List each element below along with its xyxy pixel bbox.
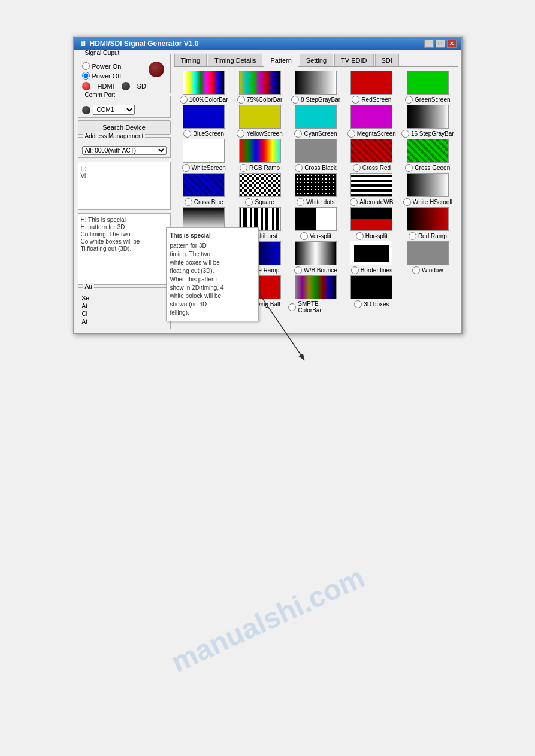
annotation-line5: When this pattern	[170, 275, 255, 284]
pattern-item-magentascreen: MegntaScreen	[344, 105, 399, 138]
pattern-item-whitehscroll: White HScrooll	[400, 173, 455, 206]
pattern-radio-cyanscreen[interactable]	[294, 130, 302, 138]
pattern-item-crossblack: Cross Black	[288, 139, 343, 172]
pattern-item-colorbar75: 75%ColorBar	[232, 71, 287, 104]
tab-setting[interactable]: Setting	[300, 54, 333, 66]
pattern-radio-alternatewb[interactable]	[350, 198, 358, 206]
pattern-radio-row-graystep16: 16 StepGrayBar	[401, 130, 454, 138]
pattern-label-square: Square	[255, 199, 274, 205]
address-management-label: Address Management	[83, 133, 146, 139]
detail-h2: H: pattern for 3D	[81, 224, 168, 230]
pattern-radio-colorbar75[interactable]	[237, 96, 245, 104]
pattern-thumb-crossgreen	[407, 139, 449, 163]
pattern-radio-3dboxes[interactable]	[354, 300, 362, 308]
pattern-label-crossblue: Cross Blue	[194, 199, 223, 205]
pattern-radio-row-whitescreen: WhiteScreen	[182, 164, 226, 172]
tab-timing[interactable]: Timing	[174, 54, 207, 66]
pattern-radio-row-whitehscroll: White HScrooll	[403, 198, 452, 206]
pattern-label-alternatewb: AlternateWB	[359, 199, 393, 205]
pattern-thumb-colorbar75	[239, 71, 281, 95]
power-off-label: Power Off	[92, 72, 122, 80]
pattern-thumb-3dboxes	[350, 275, 392, 299]
pattern-item-yellowscreen: YellowScreen	[232, 105, 287, 138]
pattern-thumb-greenscreen	[407, 71, 449, 95]
pattern-thumb-redramp	[407, 207, 449, 231]
pattern-radio-redramp[interactable]	[409, 232, 416, 240]
pattern-thumb-bluescreen	[183, 105, 225, 129]
comm-port-group: Comm Port COM1 COM2 COM3	[78, 96, 171, 118]
pattern-radio-row-crossred: Cross Red	[353, 164, 391, 172]
pattern-item-crossblue: Cross Blue	[177, 173, 231, 206]
info-panel: H: Vi	[78, 162, 171, 210]
pattern-thumb-whitedots	[295, 173, 337, 197]
pattern-radio-crossblack[interactable]	[295, 164, 303, 172]
annotation-line9: felling).	[170, 309, 255, 317]
annotation-line1: pattern for 3D	[170, 242, 255, 250]
pattern-item-borderlines: Border lines	[344, 241, 399, 274]
comm-port-label: Comm Port	[83, 92, 117, 98]
pattern-radio-row-3dboxes: 3D boxes	[354, 300, 389, 308]
pattern-label-graystep16: 16 StepGrayBar	[411, 130, 454, 137]
pattern-radio-graystep16[interactable]	[401, 130, 409, 138]
annotation-line3: white boxes will be	[170, 259, 255, 267]
tab-sdi[interactable]: SDI	[375, 54, 399, 66]
pattern-radio-versplit[interactable]	[300, 232, 308, 240]
tab-pattern[interactable]: Pattern	[264, 54, 298, 67]
pattern-radio-rgbramp[interactable]	[240, 164, 247, 172]
title-bar: 🖥 HDMI/SDI Signal Generator V1.0 — □ ✕	[74, 37, 461, 50]
close-button[interactable]: ✕	[447, 40, 457, 48]
tab-timing-details[interactable]: Timing Details	[208, 54, 262, 66]
pattern-radio-whitedots[interactable]	[297, 198, 304, 206]
pattern-thumb-whitescreen	[183, 139, 225, 163]
pattern-radio-row-cyanscreen: CyanScreen	[294, 130, 337, 138]
detail-co2: Co white boxes will be	[81, 238, 168, 245]
pattern-radio-borderlines[interactable]	[351, 266, 359, 274]
tab-tv-edid[interactable]: TV EDID	[334, 54, 373, 66]
pattern-item-whitedots: White dots	[288, 173, 343, 206]
pattern-radio-bluescreen[interactable]	[183, 130, 191, 138]
maximize-button[interactable]: □	[436, 40, 445, 48]
detail-panel: H: This is special H: pattern for 3D Co …	[78, 213, 171, 285]
pattern-radio-row-borderlines: Border lines	[351, 266, 392, 274]
pattern-radio-magentascreen[interactable]	[347, 130, 355, 138]
hdmi-sdi-row: HDMI SDI	[82, 82, 167, 90]
hdmi-indicator	[82, 82, 90, 90]
pattern-radio-row-bluescreen: BlueScreen	[183, 130, 224, 138]
power-off-radio[interactable]	[82, 72, 90, 80]
pattern-radio-greenscreen[interactable]	[405, 96, 413, 104]
pattern-label-whitehscroll: White HScrooll	[413, 199, 452, 205]
power-on-radio[interactable]	[82, 62, 90, 70]
pattern-item-square: Square	[232, 173, 287, 206]
auto-group-label: Au	[83, 283, 94, 290]
address-select[interactable]: All: 0000(with ACT)	[82, 146, 167, 155]
window-controls: — □ ✕	[424, 40, 457, 48]
minimize-button[interactable]: —	[424, 40, 434, 48]
pattern-radio-crossgreen[interactable]	[405, 164, 413, 172]
pattern-label-borderlines: Border lines	[361, 267, 392, 274]
pattern-radio-wbbounce[interactable]	[294, 266, 302, 274]
pattern-label-window: Window	[422, 267, 443, 274]
pattern-radio-crossred[interactable]	[353, 164, 361, 172]
pattern-radio-row-graystep8: 8 StepGrayBar	[291, 96, 340, 104]
pattern-radio-whitehscroll[interactable]	[403, 198, 411, 206]
pattern-label-horsplit: Hor-split	[365, 233, 388, 239]
comm-port-select[interactable]: COM1 COM2 COM3	[93, 105, 135, 115]
pattern-item-colorbar100: 100%ColorBar	[177, 71, 231, 104]
pattern-radio-yellowscreen[interactable]	[237, 130, 244, 138]
pattern-radio-crossblue[interactable]	[185, 198, 192, 206]
address-management-group: Address Management All: 0000(with ACT)	[78, 137, 171, 158]
detail-special: This is special	[88, 217, 126, 223]
pattern-radio-redscreen[interactable]	[352, 96, 359, 104]
pattern-radio-row-greenscreen: GreenScreen	[405, 96, 450, 104]
pattern-label-3dboxes: 3D boxes	[364, 301, 389, 308]
pattern-radio-horsplit[interactable]	[356, 232, 364, 240]
pattern-radio-whitescreen[interactable]	[182, 164, 190, 172]
pattern-radio-graystep8[interactable]	[291, 96, 299, 104]
pattern-radio-window[interactable]	[412, 266, 420, 274]
pattern-radio-colorbar100[interactable]	[180, 96, 188, 104]
pattern-label-crossgreen: Cross Geeen	[415, 165, 450, 171]
pattern-radio-square[interactable]	[245, 198, 253, 206]
detail-ti: Ti floating out (3D).	[81, 245, 168, 252]
pattern-label-wbbounce: W/B Bounce	[304, 267, 337, 274]
sdi-indicator	[122, 82, 130, 90]
